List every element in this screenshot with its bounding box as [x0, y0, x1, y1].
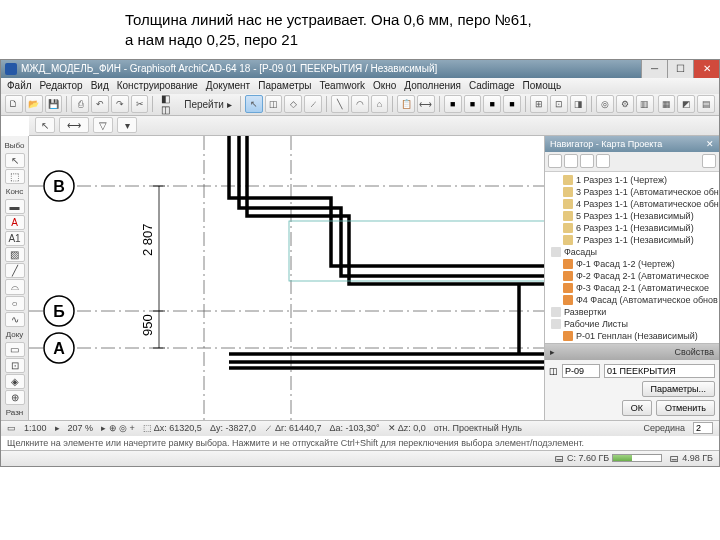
menu-addons[interactable]: Дополнения [404, 80, 461, 91]
dark4-icon[interactable]: ■ [503, 95, 521, 113]
arrow-tool-icon[interactable]: ↖ [5, 153, 25, 168]
menu-view[interactable]: Вид [91, 80, 109, 91]
nav-tab3-icon[interactable] [580, 154, 594, 168]
text-tool-icon[interactable]: A [5, 215, 25, 230]
arc-icon[interactable]: ◠ [351, 95, 369, 113]
tree-item[interactable]: Развертки [545, 306, 719, 318]
menu-document[interactable]: Документ [206, 80, 250, 91]
doc1-icon[interactable]: ▭ [5, 342, 25, 357]
marquee-tool-icon[interactable]: ⬚ [5, 169, 25, 184]
misc1-icon[interactable]: ⊞ [530, 95, 548, 113]
tree-item-label: Ф4 Фасад (Автоматическое обнов [576, 295, 718, 305]
annotation-line1: Толщина линий нас не устраивает. Она 0,6… [125, 10, 700, 30]
new-icon[interactable]: 🗋 [5, 95, 23, 113]
misc2-icon[interactable]: ⊡ [550, 95, 568, 113]
tree-item[interactable]: Р-01 Генплан (Независимый) [545, 330, 719, 342]
misc4-icon[interactable]: ◎ [596, 95, 614, 113]
nav-tab1-icon[interactable] [548, 154, 562, 168]
tree-item-label: 3 Разрез 1-1 (Автоматическое обн [576, 187, 719, 197]
nav-tab2-icon[interactable] [564, 154, 578, 168]
tree-item[interactable]: 5 Разрез 1-1 (Независимый) [545, 210, 719, 222]
goto-dropdown[interactable]: ◧ ◫ Перейти ▸ [157, 93, 235, 115]
palette-more-label: Разн [6, 408, 24, 417]
wall-tool-icon[interactable]: ▬ [5, 199, 25, 214]
tree-item[interactable]: Ф-1 Фасад 1-2 (Чертеж) [545, 258, 719, 270]
dim-2807: 2 807 [140, 223, 155, 256]
arc-tool-icon[interactable]: ⌓ [5, 279, 25, 294]
minimize-button[interactable]: ─ [641, 60, 667, 78]
misc3-icon[interactable]: ◨ [570, 95, 588, 113]
ib-icon[interactable]: ⟷ [59, 117, 89, 133]
navigator-close-icon[interactable]: ✕ [706, 139, 714, 149]
doc4-icon[interactable]: ⊕ [5, 390, 25, 405]
tree-item[interactable]: 3 Разрез 1-1 (Автоматическое обн [545, 186, 719, 198]
tree-item[interactable]: 7 Разрез 1-1 (Независимый) [545, 234, 719, 246]
tree-item[interactable]: 4 Разрез 1-1 (Автоматическое обн [545, 198, 719, 210]
navigator-tree[interactable]: 1 Разрез 1-1 (Чертеж)3 Разрез 1-1 (Автом… [545, 172, 719, 343]
doc3-icon[interactable]: ◈ [5, 374, 25, 389]
close-button[interactable]: ✕ [693, 60, 719, 78]
tree-item-label: 5 Разрез 1-1 (Независимый) [576, 211, 694, 221]
ib3-icon[interactable]: ▾ [117, 117, 137, 133]
line-icon[interactable]: ╲ [331, 95, 349, 113]
ib2-icon[interactable]: ▽ [93, 117, 113, 133]
save-icon[interactable]: 💾 [45, 95, 63, 113]
id-field[interactable] [562, 364, 600, 378]
poly-icon[interactable]: ⌂ [371, 95, 389, 113]
tree-item[interactable]: 6 Разрез 1-1 (Независимый) [545, 222, 719, 234]
menu-options[interactable]: Параметры [258, 80, 311, 91]
menu-file[interactable]: Файл [7, 80, 32, 91]
tree-item[interactable]: Ф-2 Фасад 2-1 (Автоматическое [545, 270, 719, 282]
menu-design[interactable]: Конструирование [117, 80, 198, 91]
params-button[interactable]: Параметры... [642, 381, 715, 397]
cancel-button[interactable]: Отменить [656, 400, 715, 416]
selection-icon[interactable]: ↖ [245, 95, 263, 113]
right1-icon[interactable]: ▦ [658, 95, 676, 113]
dim-icon[interactable]: ⟷ [417, 95, 435, 113]
line-tool-icon[interactable]: ╱ [5, 263, 25, 278]
fill-tool-icon[interactable]: ▨ [5, 247, 25, 262]
drawing-canvas[interactable]: 2 807 950 В Б А [29, 136, 544, 420]
nav-opt-icon[interactable] [702, 154, 716, 168]
menu-help[interactable]: Помощь [523, 80, 562, 91]
undo-icon[interactable]: ↶ [91, 95, 109, 113]
circle-tool-icon[interactable]: ○ [5, 296, 25, 311]
menu-edit[interactable]: Редактор [40, 80, 83, 91]
cursor-icon[interactable]: ↖ [35, 117, 55, 133]
misc5-icon[interactable]: ▥ [636, 95, 654, 113]
tool2-icon[interactable]: ⟋ [304, 95, 322, 113]
name-field[interactable]: 01 ПЕЕКРЫТИЯ [604, 364, 715, 378]
menu-cadimage[interactable]: Cadimage [469, 80, 515, 91]
tree-item[interactable]: 1 Разрез 1-1 (Чертеж) [545, 174, 719, 186]
settings-icon[interactable]: ⚙ [616, 95, 634, 113]
tree-item[interactable]: Рабочие Листы [545, 318, 719, 330]
scale-field[interactable]: 1:100 [24, 423, 47, 433]
label-tool-icon[interactable]: A1 [5, 231, 25, 246]
spline-tool-icon[interactable]: ∿ [5, 312, 25, 327]
dark3-icon[interactable]: ■ [483, 95, 501, 113]
ok-button[interactable]: ОК [622, 400, 652, 416]
mid-field[interactable] [693, 422, 713, 434]
menu-window[interactable]: Окно [373, 80, 396, 91]
cut-icon[interactable]: ✂ [131, 95, 149, 113]
sheet-icon [563, 331, 573, 341]
zoom-field[interactable]: 207 % [68, 423, 94, 433]
open-icon[interactable]: 📂 [25, 95, 43, 113]
right2-icon[interactable]: ◩ [677, 95, 695, 113]
tree-item[interactable]: Ф-3 Фасад 2-1 (Автоматическое [545, 282, 719, 294]
tree-item[interactable]: Фасады [545, 246, 719, 258]
redo-icon[interactable]: ↷ [111, 95, 129, 113]
dark2-icon[interactable]: ■ [464, 95, 482, 113]
doc2-icon[interactable]: ⊡ [5, 358, 25, 373]
maximize-button[interactable]: ☐ [667, 60, 693, 78]
menu-teamwork[interactable]: Teamwork [320, 80, 366, 91]
dark1-icon[interactable]: ■ [444, 95, 462, 113]
marquee-icon[interactable]: ◫ [265, 95, 283, 113]
tool-icon[interactable]: ◇ [284, 95, 302, 113]
nav-tab4-icon[interactable] [596, 154, 610, 168]
tree-item[interactable]: Ф4 Фасад (Автоматическое обнов [545, 294, 719, 306]
axis-V: В [53, 178, 65, 195]
clipboard-icon[interactable]: 📋 [397, 95, 415, 113]
right3-icon[interactable]: ▤ [697, 95, 715, 113]
print-icon[interactable]: ⎙ [71, 95, 89, 113]
